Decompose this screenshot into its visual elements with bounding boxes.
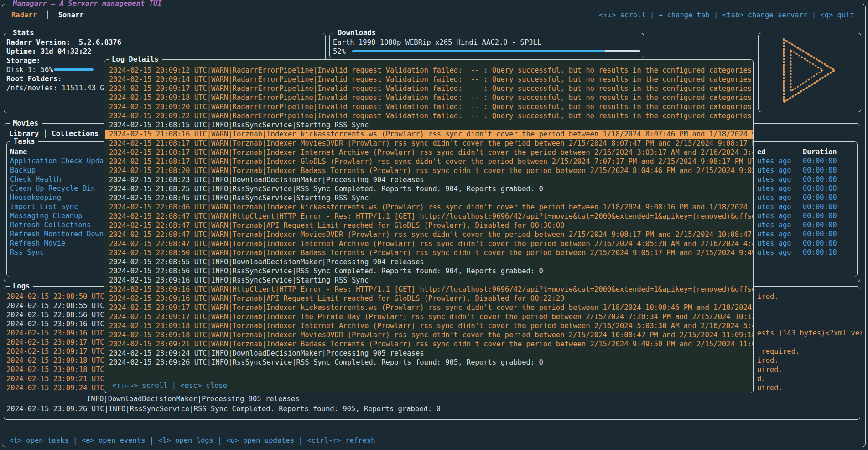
log-line-fragment-left: 2024-02-15 23:09:24 UTC — [6, 383, 104, 392]
task-duration-value: 00:00:00 — [803, 230, 837, 239]
log-line-fragment-right: ests (143 bytes)<?xml ver — [757, 329, 862, 338]
log-line-fragment-left: 2024-02-15 22:08:55 UTC — [6, 301, 104, 310]
log-line-fragment-left: 2024-02-15 22:08:56 UTC — [6, 310, 104, 319]
task-row[interactable]: Backup — [10, 166, 104, 175]
modal-keybind-hints: <↑↓←→> scroll | <esc> close — [112, 381, 227, 390]
log-details-row[interactable]: 2024-02-15 22:08:55 UTC|INFO|DownloadDec… — [105, 257, 753, 267]
log-details-row[interactable]: 2024-02-15 22:08:47 UTC|WARN|Torznab|API… — [105, 221, 753, 230]
log-details-row[interactable]: 2024-02-15 20:09:14 UTC|WARN|RadarrError… — [105, 75, 753, 84]
tasks-panel-title: Tasks — [10, 137, 38, 146]
log-details-modal: Log Details 2024-02-15 20:09:12 UTC|WARN… — [104, 59, 754, 393]
task-last-executed-fragment: utes ago — [757, 193, 791, 202]
log-details-row[interactable]: 2024-02-15 21:08:17 UTC|WARN|Torznab|Ind… — [105, 148, 753, 157]
tab-radarr[interactable]: Radarr — [11, 11, 37, 19]
task-duration-value: 00:00:00 — [803, 157, 837, 166]
log-line-bottom-1: INFO|DownloadDecisionMaker|Processing 90… — [87, 394, 300, 403]
stats-version: Radarr Version: 5.2.6.8376 — [6, 38, 121, 47]
log-line-fragment-left: 2024-02-15 23:09:18 UTC — [6, 365, 104, 374]
download-percent-label: 52% — [333, 47, 346, 56]
log-line-fragment-right: uired. — [757, 365, 862, 374]
task-row[interactable]: Refresh Monitored Downl — [10, 230, 104, 239]
log-line-fragment-left: 2024-02-15 22:08:50 UTC — [6, 292, 104, 301]
app-title: Managarr – A Servarr management TUI — [10, 0, 165, 8]
task-duration-value: 00:00:00 — [803, 166, 837, 175]
log-line-fragment-left: 2024-02-15 23:09:17 UTC — [6, 338, 104, 347]
log-line-fragment-left: 2024-02-15 23:09:16 UTC — [6, 319, 104, 329]
log-details-row[interactable]: 2024-02-15 21:08:15 UTC|INFO|RssSyncServ… — [105, 120, 753, 130]
stats-disk-line: Disk 1: 56% — [6, 65, 53, 74]
task-last-executed-fragment: utes ago — [757, 230, 791, 239]
task-last-executed-fragment: utes ago — [757, 220, 791, 230]
task-duration-value: 00:00:00 — [803, 211, 837, 220]
log-details-row[interactable]: 2024-02-15 21:08:23 UTC|INFO|DownloadDec… — [105, 175, 753, 184]
stats-panel-title: Stats — [10, 28, 37, 37]
task-last-executed-fragment: utes ago — [757, 184, 791, 193]
task-row[interactable]: Import List Sync — [10, 202, 104, 211]
log-details-row[interactable]: 2024-02-15 21:08:17 UTC|WARN|Torznab|Ind… — [105, 139, 753, 148]
task-row[interactable]: Housekeeping — [10, 193, 104, 202]
task-row[interactable]: Rss Sync — [10, 248, 104, 257]
log-details-row[interactable]: 2024-02-15 23:09:26 UTC|INFO|RssSyncServ… — [105, 358, 753, 367]
log-details-row[interactable]: 2024-02-15 20:09:18 UTC|WARN|RadarrError… — [105, 93, 753, 102]
task-row[interactable]: Refresh Collections — [10, 220, 104, 230]
managarr-screen: Managarr – A Servarr management TUI <↑↓>… — [0, 0, 868, 450]
log-details-row[interactable]: 2024-02-15 20:09:20 UTC|WARN|RadarrError… — [105, 102, 753, 111]
log-details-row[interactable]: 2024-02-15 23:09:16 UTC|WARN|HttpClient|… — [105, 285, 753, 294]
log-details-row[interactable]: 2024-02-15 20:09:17 UTC|WARN|RadarrError… — [105, 84, 753, 93]
log-details-row[interactable]: 2024-02-15 22:08:47 UTC|WARN|Torznab|Ind… — [105, 230, 753, 239]
log-details-row[interactable]: 2024-02-15 23:09:18 UTC|WARN|Torznab|Ind… — [105, 321, 753, 330]
servarr-tabs: Radarr │ Sonarr — [11, 10, 84, 20]
tasks-col-duration-header: Duration — [803, 147, 837, 157]
tasks-col-name-header: Name — [10, 147, 27, 157]
movies-tab-collections[interactable]: Collections — [52, 130, 99, 138]
log-details-title: Log Details — [109, 55, 162, 64]
log-details-row[interactable]: 2024-02-15 23:09:16 UTC|INFO|RssSyncServ… — [105, 276, 753, 285]
logs-panel-title: Logs — [10, 282, 33, 291]
log-details-row[interactable]: 2024-02-15 21:08:16 UTC|WARN|Torznab|Ind… — [105, 130, 753, 139]
bottom-keybind-hints: <t> open tasks | <e> open events | <l> o… — [9, 436, 375, 445]
download-progress-fill — [352, 50, 605, 52]
log-details-row[interactable]: 2024-02-15 23:09:21 UTC|WARN|Torznab|Ind… — [105, 340, 753, 349]
log-details-row[interactable]: 2024-02-15 20:09:12 UTC|WARN|RadarrError… — [105, 66, 753, 75]
log-line-bottom-2: 2024-02-15 23:09:26 UTC|INFO|RssSyncServ… — [6, 404, 441, 413]
log-details-row[interactable]: 2024-02-15 21:08:20 UTC|WARN|Torznab|Ind… — [105, 166, 753, 175]
log-details-row[interactable]: 2024-02-15 22:08:46 UTC|WARN|Torznab|Ind… — [105, 203, 753, 212]
log-details-row[interactable]: 2024-02-15 21:08:25 UTC|INFO|RssSyncServ… — [105, 184, 753, 194]
stats-storage-label: Storage: — [6, 56, 41, 65]
stats-rootfolder: /nfs/movies: 11511.43 GB — [6, 84, 109, 93]
log-details-row[interactable]: 2024-02-15 23:09:17 UTC|WARN|Torznab|Ind… — [105, 303, 753, 312]
log-details-row[interactable]: 2024-02-15 23:09:16 UTC|WARN|Torznab|API… — [105, 294, 753, 303]
task-row[interactable]: Application Check Updat — [10, 157, 104, 166]
log-details-row[interactable]: 2024-02-15 22:08:56 UTC|INFO|RssSyncServ… — [105, 267, 753, 276]
log-details-row[interactable]: 2024-02-15 23:09:17 UTC|WARN|Torznab|Ind… — [105, 312, 753, 321]
download-progress-track — [352, 50, 640, 52]
task-row[interactable]: Messaging Cleanup — [10, 211, 104, 220]
task-row[interactable]: Check Health — [10, 175, 104, 184]
log-line-fragment-left: 2024-02-15 23:09:18 UTC — [6, 356, 104, 365]
task-row[interactable]: Refresh Movie — [10, 239, 104, 248]
task-last-executed-fragment: utes ago — [757, 157, 791, 166]
task-last-executed-fragment: utes ago — [757, 175, 791, 184]
task-duration-value: 00:00:00 — [803, 193, 837, 202]
stats-uptime: Uptime: 31d 04:32:22 — [6, 47, 92, 56]
log-details-row[interactable]: 2024-02-15 22:08:45 UTC|INFO|RssSyncServ… — [105, 194, 753, 203]
log-details-row[interactable]: 2024-02-15 22:08:47 UTC|WARN|HttpClient|… — [105, 212, 753, 221]
log-details-list: 2024-02-15 20:09:12 UTC|WARN|RadarrError… — [105, 65, 753, 384]
movies-panel-title: Movies — [10, 119, 42, 128]
downloads-panel-title: Downloads — [334, 28, 379, 37]
task-last-executed-fragment: utes ago — [757, 211, 791, 220]
download-item-title: Earth 1998 1080p WEBRip x265 Hindi AAC2.… — [333, 38, 541, 47]
top-keybind-hints: <↑↓> scroll | ↔ change tab | <tab> chang… — [599, 10, 854, 20]
log-details-row[interactable]: 2024-02-15 23:09:24 UTC|INFO|DownloadDec… — [105, 349, 753, 358]
log-details-row[interactable]: 2024-02-15 21:08:17 UTC|WARN|Torznab|Ind… — [105, 157, 753, 166]
task-last-executed-fragment: utes ago — [757, 248, 791, 257]
task-row[interactable]: Clean Up Recycle Bin — [10, 184, 104, 193]
log-details-row[interactable]: 2024-02-15 20:09:22 UTC|WARN|RadarrError… — [105, 111, 753, 120]
tab-sonarr[interactable]: Sonarr — [58, 11, 84, 19]
log-details-row[interactable]: 2024-02-15 23:09:18 UTC|WARN|Torznab|Ind… — [105, 330, 753, 340]
disk-usage-bar — [54, 68, 94, 71]
log-details-row[interactable]: 2024-02-15 22:08:47 UTC|WARN|Torznab|Ind… — [105, 239, 753, 248]
log-line-fragment-left: 2024-02-15 23:09:16 UTC — [6, 329, 104, 338]
log-details-row[interactable]: 2024-02-15 22:08:50 UTC|WARN|Torznab|Ind… — [105, 248, 753, 257]
log-line-fragment-right: ired. — [757, 356, 862, 365]
